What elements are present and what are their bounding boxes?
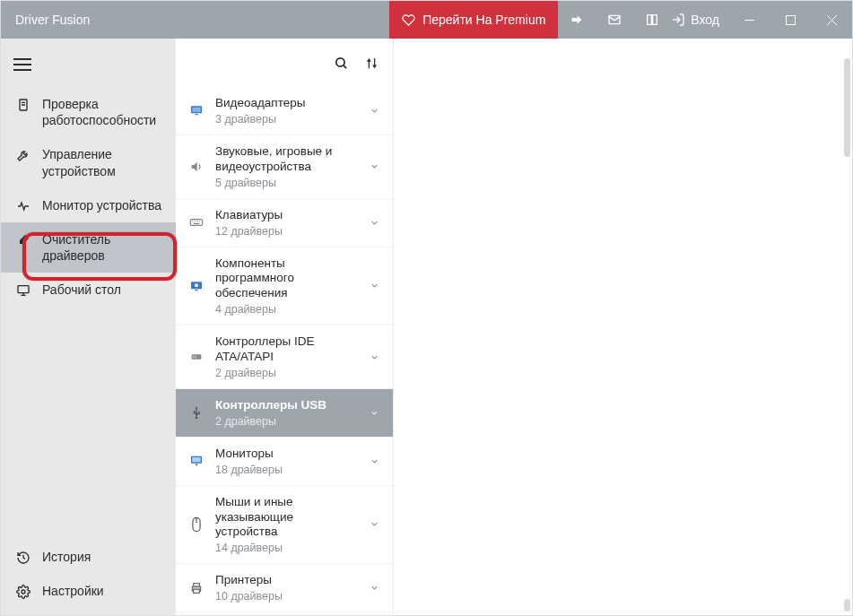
app-title: Driver Fusion (1, 1, 104, 39)
category-count: 2 драйверы (215, 415, 359, 428)
desktop-icon (15, 283, 31, 298)
chevron-down-icon (370, 456, 382, 466)
login-button[interactable]: Вход (671, 1, 728, 39)
sidebar-item-device-monitor[interactable]: Монитор устройства (1, 188, 176, 222)
wrench-icon (15, 148, 31, 162)
category-count: 18 драйверы (215, 464, 359, 476)
keyboard-icon (188, 215, 205, 230)
category-count: 14 драйверы (215, 542, 359, 554)
mouse-icon (188, 516, 205, 533)
category-count: 3 драйверы (215, 113, 359, 126)
usb-icon (188, 405, 205, 420)
category-count: 2 драйверы (215, 367, 359, 379)
svg-point-8 (336, 57, 344, 65)
svg-line-9 (344, 65, 346, 67)
sidebar-item-label: Управление устройством (42, 146, 163, 178)
minimize-button[interactable] (728, 1, 770, 39)
svg-rect-16 (195, 290, 198, 291)
sidebar-item-driver-cleaner[interactable]: Очиститель драйверов (1, 222, 176, 273)
sidebar-item-desktop[interactable]: Рабочий стол (1, 273, 176, 307)
chevron-down-icon (370, 281, 382, 291)
svg-rect-6 (18, 286, 29, 293)
sort-button[interactable] (365, 56, 379, 70)
brush-icon (15, 233, 31, 247)
close-button[interactable] (811, 1, 852, 39)
sidebar-item-health[interactable]: Проверка работоспособности (1, 87, 176, 137)
share-button[interactable] (558, 1, 596, 39)
category-title: Мыши и иные указывающие устройства (215, 495, 359, 541)
category-count: 12 драйверы (215, 225, 359, 238)
category-title: Компоненты программного обеспечения (215, 256, 359, 302)
chevron-down-icon (370, 352, 382, 362)
category-item[interactable]: Мониторы18 драйверы (176, 438, 393, 486)
sidebar: Проверка работоспособности Управление ус… (1, 39, 176, 615)
category-item[interactable]: Сетевые адаптеры2 драйверы (176, 612, 393, 615)
history-icon (15, 551, 31, 565)
scrollbar-thumb-bottom[interactable] (844, 599, 850, 612)
svg-rect-27 (194, 589, 200, 593)
category-count: 10 драйверы (215, 590, 359, 603)
category-title: Мониторы (215, 447, 359, 462)
sidebar-item-label: Монитор устройства (42, 197, 163, 213)
svg-point-15 (195, 283, 198, 287)
svg-point-7 (22, 590, 25, 594)
category-column: Видеоадаптеры3 драйверыЗвуковые, игровые… (176, 39, 394, 615)
category-item[interactable]: Контроллеры IDE ATA/ATAPI2 драйверы (176, 325, 393, 389)
sidebar-item-label: Настройки (42, 583, 163, 599)
app-body: Проверка работоспособности Управление ус… (1, 39, 852, 615)
svg-rect-2 (786, 15, 795, 24)
category-item[interactable]: Компоненты программного обеспечения4 дра… (176, 247, 393, 326)
category-list: Видеоадаптеры3 драйверыЗвуковые, игровые… (176, 87, 393, 615)
search-button[interactable] (334, 56, 349, 71)
software-icon (188, 279, 205, 293)
svg-rect-18 (193, 356, 194, 359)
chevron-down-icon (370, 583, 382, 593)
svg-rect-12 (195, 114, 198, 115)
svg-rect-22 (196, 464, 198, 466)
chevron-down-icon (370, 106, 382, 116)
category-count: 4 драйверы (215, 303, 359, 316)
category-toolbar (176, 39, 393, 87)
category-title: Принтеры (215, 573, 359, 588)
book-button[interactable] (633, 1, 671, 39)
svg-rect-13 (190, 220, 202, 226)
maximize-button[interactable] (770, 1, 811, 39)
category-item[interactable]: Видеоадаптеры3 драйверы (176, 87, 393, 135)
svg-rect-11 (192, 108, 200, 112)
category-item[interactable]: Звуковые, игровые и видеоустройства5 дра… (176, 135, 393, 199)
monitor-icon (188, 454, 205, 468)
mail-button[interactable] (596, 1, 633, 39)
titlebar: Driver Fusion Перейти На Premium Вход (1, 1, 852, 39)
category-count: 5 драйверы (215, 177, 359, 189)
category-item[interactable]: Принтеры10 драйверы (176, 564, 393, 612)
svg-rect-19 (196, 356, 196, 359)
detail-pane (394, 39, 852, 615)
sidebar-item-label: Очиститель драйверов (42, 231, 163, 264)
category-item[interactable]: Мыши и иные указывающие устройства14 дра… (176, 486, 393, 565)
sidebar-item-device-mgmt[interactable]: Управление устройством (1, 137, 176, 187)
sidebar-item-label: Рабочий стол (42, 282, 163, 298)
nav-list: Проверка работоспособности Управление ус… (1, 87, 176, 615)
pulse-icon (15, 199, 31, 213)
chevron-down-icon (370, 218, 382, 228)
chevron-down-icon (370, 408, 382, 418)
category-item[interactable]: Клавиатуры12 драйверы (176, 199, 393, 247)
category-title: Контроллеры IDE ATA/ATAPI (215, 334, 359, 365)
sidebar-item-history[interactable]: История (1, 540, 176, 574)
sidebar-bottom: История Настройки (1, 540, 176, 615)
scrollbar-thumb[interactable] (844, 58, 850, 157)
svg-rect-26 (194, 583, 200, 586)
heartbeat-icon (15, 98, 31, 112)
category-title: Клавиатуры (215, 208, 359, 223)
category-item[interactable]: Контроллеры USB2 драйверы (176, 389, 393, 438)
chevron-down-icon (370, 161, 382, 171)
main-area: Видеоадаптеры3 драйверыЗвуковые, игровые… (176, 39, 852, 615)
sound-icon (188, 160, 205, 174)
category-title: Видеоадаптеры (215, 96, 359, 111)
hamburger-button[interactable] (1, 46, 176, 87)
premium-button[interactable]: Перейти На Premium (389, 1, 558, 39)
sidebar-item-settings[interactable]: Настройки (1, 574, 176, 608)
ide-icon (188, 350, 205, 364)
svg-rect-21 (192, 457, 200, 462)
premium-label: Перейти На Premium (422, 13, 545, 27)
